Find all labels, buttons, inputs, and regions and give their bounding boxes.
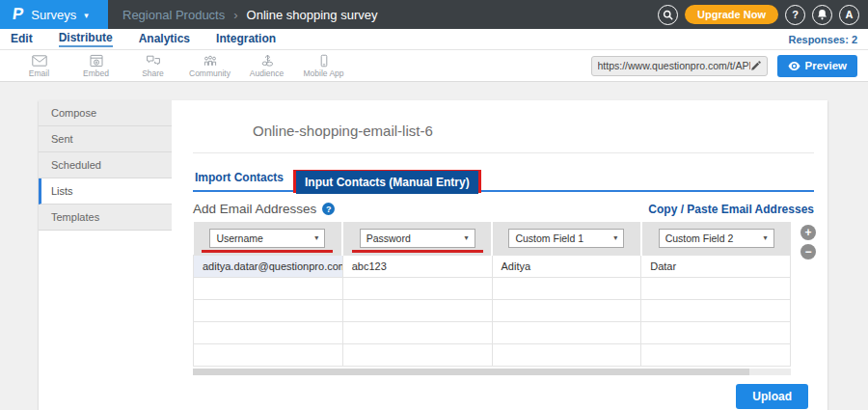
channel-audience[interactable]: Audience — [238, 54, 295, 78]
email-sidebar: Compose Sent Scheduled Lists Templates — [39, 100, 172, 410]
cell-custom-1[interactable]: Aditya — [492, 255, 641, 277]
cell-custom-2[interactable] — [641, 343, 791, 366]
column-select-username[interactable]: Username ▾ — [209, 229, 325, 248]
table-row — [194, 299, 791, 321]
surveys-product-menu[interactable]: P Surveys ▾ — [0, 0, 108, 29]
annotation-tab-highlight: Input Contacts (Manual Entry) — [293, 170, 481, 193]
channel-label: Embed — [83, 68, 109, 78]
search-button[interactable] — [658, 5, 678, 25]
annotation-underline-password — [352, 250, 483, 253]
cell-custom-1[interactable] — [492, 321, 641, 343]
tab-input-contacts-manual-entry[interactable]: Input Contacts (Manual Entry) — [296, 171, 478, 194]
survey-url-input[interactable]: https://www.questionpro.com/t/APNrFZ — [591, 56, 768, 76]
sidebar-item-templates[interactable]: Templates — [39, 205, 172, 231]
section-title: Add Email Addresses — [193, 202, 316, 216]
cell-custom-1[interactable] — [492, 343, 641, 366]
dropdown-caret-icon: ▾ — [314, 233, 318, 242]
column-select-password[interactable]: Password ▾ — [360, 229, 475, 248]
questionpro-logo-icon: P — [12, 5, 25, 24]
cell-password[interactable] — [342, 277, 492, 299]
remove-row-button[interactable]: − — [800, 244, 816, 260]
channel-label: Community — [189, 68, 231, 78]
distribute-toolbar: Email Embed Share Community Audience — [0, 50, 868, 82]
cell-custom-2[interactable] — [641, 277, 791, 299]
table-row: aditya.datar@questionpro.com abc123 Adit… — [194, 255, 791, 277]
upload-button[interactable]: Upload — [736, 384, 808, 409]
cell-custom-1[interactable] — [492, 277, 641, 299]
notifications-button[interactable] — [812, 5, 832, 25]
table-row — [194, 343, 791, 366]
cell-email[interactable] — [194, 321, 343, 343]
search-icon — [663, 10, 673, 20]
channel-share[interactable]: Share — [124, 54, 181, 78]
community-icon — [203, 54, 218, 68]
add-row-button[interactable]: + — [800, 225, 816, 240]
edit-url-icon[interactable] — [750, 61, 761, 71]
survey-url-value: https://www.questionpro.com/t/APNrFZ — [598, 60, 750, 71]
share-icon — [146, 54, 161, 68]
sidebar-item-scheduled[interactable]: Scheduled — [39, 152, 172, 178]
help-tooltip-icon[interactable]: ? — [322, 203, 335, 215]
nav-tab-analytics[interactable]: Analytics — [139, 32, 190, 46]
dropdown-caret-icon: ▾ — [465, 233, 469, 242]
column-select-custom-field-1[interactable]: Custom Field 1 ▾ — [508, 229, 624, 248]
sidebar-item-lists[interactable]: Lists — [39, 178, 172, 205]
embed-icon — [89, 54, 104, 68]
chevron-down-icon: ▾ — [84, 11, 89, 20]
cell-password[interactable]: abc123 — [342, 255, 492, 277]
breadcrumb-folder[interactable]: Regional Products — [122, 8, 225, 22]
table-horizontal-scrollbar — [193, 369, 791, 375]
preview-label: Preview — [805, 60, 847, 71]
help-button[interactable]: ? — [785, 5, 805, 25]
tab-import-contacts[interactable]: Import Contacts — [193, 164, 293, 190]
add-emails-section-header: Add Email Addresses ? Copy / Paste Email… — [193, 202, 814, 216]
sidebar-item-compose[interactable]: Compose — [39, 100, 172, 126]
nav-tab-integration[interactable]: Integration — [216, 32, 276, 46]
scrollbar-thumb[interactable] — [193, 369, 749, 375]
cell-email[interactable] — [194, 299, 343, 321]
channel-label: Share — [142, 68, 164, 78]
sidebar-item-sent[interactable]: Sent — [39, 126, 172, 152]
row-controls: + − — [800, 225, 816, 260]
cell-custom-2[interactable] — [641, 299, 791, 321]
list-content: Online-shopping-email-list-6 Import Cont… — [172, 100, 827, 410]
nav-tab-edit[interactable]: Edit — [11, 32, 33, 46]
cell-custom-2[interactable] — [641, 321, 791, 343]
contacts-table-area: Username ▾ Password ▾ — [193, 222, 791, 375]
cell-email[interactable] — [194, 277, 343, 299]
upgrade-now-button[interactable]: Upgrade Now — [685, 5, 778, 24]
channel-label: Mobile App — [303, 68, 343, 78]
cell-custom-2[interactable]: Datar — [641, 255, 791, 277]
channel-label: Audience — [250, 68, 284, 78]
topbar-actions: Upgrade Now ? A — [658, 5, 868, 25]
survey-nav-bar: Edit Distribute Analytics Integration Re… — [0, 29, 868, 50]
table-row — [194, 277, 791, 299]
preview-button[interactable]: Preview — [777, 55, 857, 77]
audience-icon — [259, 54, 275, 68]
app-menu-label: Surveys — [31, 8, 76, 22]
cell-password[interactable] — [342, 321, 492, 343]
cell-custom-1[interactable] — [492, 299, 641, 321]
page-background: Compose Sent Scheduled Lists Templates O… — [0, 82, 868, 410]
cell-password[interactable] — [342, 343, 492, 366]
channel-community[interactable]: Community — [181, 54, 238, 78]
mobile-app-icon — [316, 54, 332, 68]
eye-icon — [788, 62, 800, 70]
account-avatar[interactable]: A — [839, 5, 859, 25]
channel-mobile-app[interactable]: Mobile App — [295, 54, 352, 78]
channel-email[interactable]: Email — [11, 54, 68, 78]
channel-embed[interactable]: Embed — [68, 54, 124, 78]
cell-email[interactable]: aditya.datar@questionpro.com — [194, 255, 343, 277]
contacts-table: Username ▾ Password ▾ — [193, 222, 791, 367]
annotation-underline-username — [202, 250, 333, 253]
contacts-tabs: Import Contacts Input Contacts (Manual E… — [193, 164, 814, 192]
nav-tab-distribute[interactable]: Distribute — [59, 31, 113, 47]
responses-count[interactable]: Responses: 2 — [788, 34, 857, 45]
column-select-custom-field-2[interactable]: Custom Field 2 ▾ — [659, 229, 774, 248]
dropdown-caret-icon: ▾ — [764, 233, 768, 242]
cell-password[interactable] — [342, 299, 492, 321]
cell-email[interactable] — [194, 343, 343, 366]
column-mapping-row: Username ▾ Password ▾ — [194, 222, 791, 255]
lists-panel: Compose Sent Scheduled Lists Templates O… — [39, 100, 827, 410]
copy-paste-email-addresses-link[interactable]: Copy / Paste Email Addresses — [648, 203, 814, 216]
